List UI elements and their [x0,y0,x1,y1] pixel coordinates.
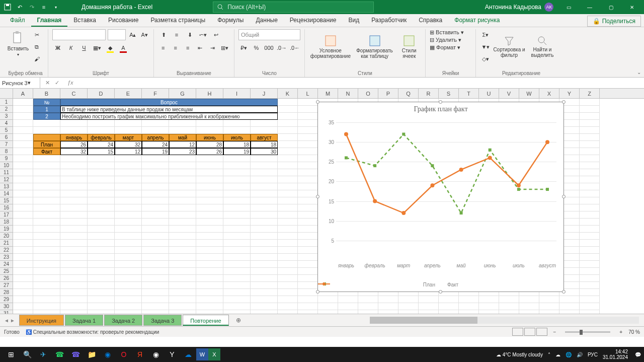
maximize-icon[interactable]: ▢ [601,0,621,14]
sheet-nav-next-icon[interactable]: ► [10,318,15,323]
tab-draw[interactable]: Рисование [102,14,144,27]
tab-formulas[interactable]: Формулы [211,14,250,27]
col-header-E[interactable]: E [115,89,142,98]
taskbar-app-chrome[interactable]: ◉ [148,347,164,362]
cell[interactable]: 19 [142,148,169,155]
col-header-S[interactable]: S [439,89,459,98]
cell[interactable]: июнь [196,134,223,141]
col-header-B[interactable]: B [33,89,60,98]
col-header-R[interactable]: R [419,89,439,98]
tab-picture-format[interactable]: Формат рисунка [448,14,506,27]
cell[interactable]: № [33,99,60,106]
cell[interactable]: 1 [33,106,60,113]
col-header-K[interactable]: K [278,89,298,98]
col-header-Y[interactable]: Y [559,89,580,98]
row-header-31[interactable]: 31 [0,310,13,314]
col-header-J[interactable]: J [251,89,278,98]
cell[interactable]: 24 [142,141,169,148]
taskbar-app-edge[interactable]: ◉ [100,347,116,362]
col-header-G[interactable]: G [169,89,196,98]
fx-icon[interactable]: ƒx [67,80,73,86]
cell[interactable]: 2 [33,113,60,120]
currency-icon[interactable]: ₽▾ [238,42,249,53]
row-header-13[interactable]: 13 [0,183,13,190]
taskbar-app-yandex[interactable]: Я [132,347,148,362]
tray-network-icon[interactable]: 🌐 [566,352,572,357]
italic-button[interactable]: К [65,42,76,53]
cell[interactable]: 32 [60,148,88,155]
row-header-3[interactable]: 3 [0,113,13,120]
zoom-out-button[interactable]: − [553,329,556,335]
row-header-24[interactable]: 24 [0,261,13,268]
cell[interactable]: апрель [142,134,169,141]
chart-handle-ne[interactable] [562,100,566,104]
copy-icon[interactable]: ⧉ [31,41,42,52]
worksheet-grid[interactable]: ABCDEFGHIJKLMNOPQRSTUVWXYZ 1234567891011… [0,89,644,314]
row-header-7[interactable]: 7 [0,141,13,148]
underline-button[interactable]: Ч [78,42,90,53]
tray-volume-icon[interactable]: 🔊 [577,352,583,357]
row-header-25[interactable]: 25 [0,268,13,275]
col-header-L[interactable]: L [298,89,318,98]
cell[interactable]: 18 [251,141,278,148]
tab-home[interactable]: Главная [31,14,68,27]
cancel-formula-icon[interactable]: ✕ [45,80,50,86]
select-all-button[interactable] [0,89,13,98]
align-left-icon[interactable]: ≡ [158,42,169,53]
col-header-A[interactable]: A [13,89,33,98]
align-right-icon[interactable]: ≡ [183,42,193,53]
taskbar-app-onedrive[interactable]: ☁ [180,347,196,362]
chart-handle-w[interactable] [316,195,319,198]
row-header-14[interactable]: 14 [0,190,13,197]
fill-icon[interactable]: ▼▾ [480,41,491,52]
autosum-icon[interactable]: Σ▾ [480,29,491,40]
undo-icon[interactable]: ↶ [14,2,25,13]
col-header-U[interactable]: U [479,89,499,98]
fill-color-button[interactable]: ◆ [105,42,116,53]
clear-icon[interactable]: ◇▾ [480,53,491,64]
ribbon-display-icon[interactable]: ▭ [558,0,579,14]
col-header-O[interactable]: O [358,89,378,98]
tray-language[interactable]: РУС [588,352,598,357]
find-select-button[interactable]: Найти и выделить [527,32,557,61]
align-top-icon[interactable]: ⬆ [158,29,169,40]
cut-icon[interactable]: ✂ [31,29,42,40]
horizontal-scrollbar[interactable] [370,317,639,324]
insert-cells-button[interactable]: ⊞ Вставить ▾ [430,29,471,36]
taskbar-app-word[interactable]: W [196,348,208,360]
taskbar-app-ybrowser[interactable]: Y [164,347,180,362]
zoom-slider[interactable] [565,331,610,333]
cell[interactable]: Необходимо построить график максимально … [60,113,278,120]
cell[interactable]: январь [60,134,88,141]
col-header-X[interactable]: X [539,89,559,98]
cell[interactable]: План [33,141,60,148]
paste-button[interactable]: Вставить▾ [7,29,29,58]
row-header-6[interactable]: 6 [0,134,13,141]
chart-handle-sw[interactable] [316,290,319,294]
merge-button[interactable]: ⊞▾ [220,42,230,53]
collapse-ribbon-icon[interactable]: ⌄ [637,69,641,75]
chart-title[interactable]: График план факт [318,105,564,113]
taskbar-search-icon[interactable]: 🔍 [19,347,35,362]
inc-decimal-icon[interactable]: .0→ [276,42,287,53]
number-format-dropdown[interactable]: Общий [238,29,300,40]
cell[interactable]: Факт [33,148,60,155]
taskbar-app-viber[interactable]: ☎ [67,347,84,362]
zoom-level[interactable]: 70 % [628,329,640,335]
cell[interactable]: март [115,134,142,141]
wrap-text-icon[interactable]: ↩ [210,29,221,40]
col-header-C[interactable]: C [60,89,88,98]
chart-handle-se[interactable] [562,290,566,294]
chart-plot-area[interactable]: 5101520253035январьфевральмартапрельмайи… [336,122,556,259]
row-header-15[interactable]: 15 [0,197,13,204]
col-header-V[interactable]: V [499,89,519,98]
cell[interactable]: Вопрос [60,99,278,106]
row-header-30[interactable]: 30 [0,303,13,310]
align-center-icon[interactable]: ≡ [171,42,181,53]
dec-decimal-icon[interactable]: .0← [289,42,300,53]
increase-font-icon[interactable]: A▴ [128,29,137,40]
border-button[interactable]: ▦▾ [92,42,103,53]
row-header-10[interactable]: 10 [0,162,13,169]
cell[interactable]: 32 [115,141,142,148]
cell-styles-button[interactable]: Стили ячеек [397,32,421,61]
